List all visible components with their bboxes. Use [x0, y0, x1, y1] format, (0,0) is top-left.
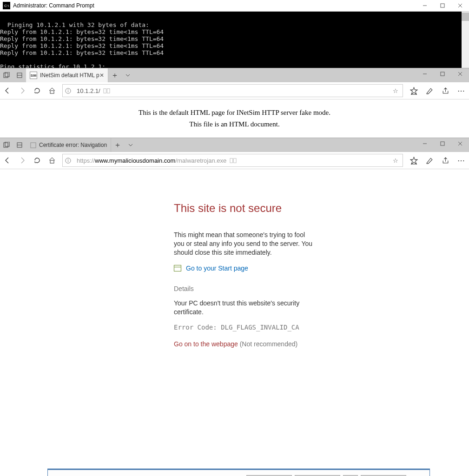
- tab-strip: Certificate error: Navigation ＋: [0, 138, 469, 152]
- minimize-button[interactable]: [416, 68, 434, 79]
- tab-favicon-blank: [30, 142, 36, 148]
- minimize-button[interactable]: [416, 0, 434, 11]
- svg-rect-9: [441, 72, 444, 76]
- tab-chevron-icon[interactable]: [124, 138, 137, 152]
- svg-marker-36: [410, 157, 417, 164]
- tab-strip: SIM INetSim default HTML p ✕ ＋: [0, 68, 469, 82]
- tab-title: Certificate error: Navigation: [39, 142, 107, 148]
- cmd-line: Pinging 10.1.2.1 with 32 bytes of data:: [7, 21, 149, 28]
- maximize-button[interactable]: [434, 68, 451, 79]
- address-bar[interactable]: 10.1.2.1/ ☆: [62, 84, 403, 97]
- set-aside-tabs-icon[interactable]: [13, 138, 26, 152]
- download-bar: What do you want to do with malwaretroja…: [47, 469, 430, 476]
- inetsim-page: This is the default HTML page for INetSi…: [0, 99, 469, 138]
- edge-window-2: Certificate error: Navigation ＋ https://…: [0, 138, 469, 476]
- address-bar-row: 10.1.2.1/ ☆ ⋯: [0, 82, 469, 99]
- go-on-link[interactable]: Go on to the webpage: [174, 340, 238, 348]
- new-tab-button[interactable]: ＋: [108, 68, 121, 82]
- browser-tab-inetsim[interactable]: SIM INetSim default HTML p ✕: [26, 68, 108, 82]
- inetsim-line2: This file is an HTML document.: [6, 120, 463, 128]
- set-aside-tabs-icon[interactable]: [13, 68, 26, 82]
- details-label[interactable]: Details: [174, 285, 315, 292]
- more-icon[interactable]: ⋯: [453, 156, 469, 165]
- svg-rect-1: [441, 4, 444, 7]
- svg-rect-25: [30, 142, 35, 147]
- cmd-title-text: Administrator: Command Prompt: [13, 2, 94, 9]
- new-tab-button[interactable]: ＋: [111, 138, 124, 152]
- svg-rect-27: [441, 142, 444, 145]
- svg-rect-17: [107, 88, 110, 93]
- tab-actions-icon[interactable]: [0, 138, 13, 152]
- cmd-scrollbar[interactable]: [462, 12, 469, 68]
- edge-window-1: SIM INetSim default HTML p ✕ ＋ 10.1.2.1/…: [0, 68, 469, 138]
- more-icon[interactable]: ⋯: [453, 86, 469, 95]
- home-button[interactable]: [45, 157, 59, 164]
- url-text: https://www.mymaliciousdomain.com/malwar…: [77, 157, 226, 164]
- cmd-icon: C:\: [3, 2, 10, 9]
- close-button[interactable]: [451, 0, 469, 11]
- back-button[interactable]: [0, 87, 15, 94]
- tab-favicon: SIM: [30, 72, 37, 79]
- svg-rect-34: [230, 158, 233, 162]
- cert-heading: This site is not secure: [174, 202, 315, 215]
- url-text: 10.1.2.1/: [77, 87, 100, 94]
- refresh-button[interactable]: [30, 157, 45, 164]
- svg-rect-35: [233, 158, 236, 162]
- cmd-output: Pinging 10.1.2.1 with 32 bytes of data: …: [0, 12, 469, 68]
- cmd-line: Reply from 10.1.2.1: bytes=32 time<1ms T…: [0, 42, 164, 49]
- start-tile-icon: [174, 265, 181, 271]
- forward-button[interactable]: [15, 87, 30, 94]
- back-button[interactable]: [0, 157, 15, 164]
- favorite-star-icon[interactable]: ☆: [389, 157, 403, 164]
- svg-marker-18: [410, 87, 417, 94]
- cmd-line: Reply from 10.1.2.1: bytes=32 time<1ms T…: [0, 35, 164, 42]
- maximize-button[interactable]: [434, 0, 451, 11]
- tab-actions-icon[interactable]: [0, 68, 13, 82]
- cmd-line: Ping statistics for 10.1.2.1:: [0, 63, 106, 68]
- minimize-button[interactable]: [416, 138, 434, 149]
- address-bar[interactable]: https://www.mymaliciousdomain.com/malwar…: [62, 154, 403, 167]
- inetsim-line1: This is the default HTML page for INetSi…: [6, 109, 463, 117]
- browser-tab-certerror[interactable]: Certificate error: Navigation: [26, 138, 111, 152]
- cmd-titlebar: C:\ Administrator: Command Prompt: [0, 0, 469, 12]
- go-to-start-link[interactable]: Go to your Start page: [174, 264, 315, 272]
- cmd-line: Reply from 10.1.2.1: bytes=32 time<1ms T…: [0, 49, 164, 56]
- svg-point-33: [67, 159, 68, 159]
- trust-message: Your PC doesn't trust this website's sec…: [174, 299, 315, 317]
- favorites-list-icon[interactable]: [406, 157, 422, 165]
- notes-icon[interactable]: [422, 157, 437, 165]
- cmd-line: Reply from 10.1.2.1: bytes=32 time<1ms T…: [0, 28, 164, 35]
- address-bar-row: https://www.mymaliciousdomain.com/malwar…: [0, 152, 469, 169]
- maximize-button[interactable]: [434, 138, 451, 149]
- share-icon[interactable]: [437, 87, 453, 95]
- site-info-icon[interactable]: [63, 158, 73, 164]
- svg-rect-16: [104, 88, 106, 93]
- svg-point-15: [67, 89, 68, 89]
- refresh-button[interactable]: [30, 87, 45, 94]
- share-icon: [437, 157, 453, 165]
- cert-warning-text: This might mean that someone's trying to…: [174, 231, 315, 257]
- site-info-icon[interactable]: [63, 88, 73, 94]
- error-code: Error Code: DLG_FLAGS_INVALID_CA: [174, 324, 315, 331]
- favorites-list-icon[interactable]: [406, 87, 422, 95]
- favorite-star-icon[interactable]: ☆: [389, 87, 403, 94]
- reading-view-icon[interactable]: [226, 157, 239, 164]
- cert-error-page: This site is not secure This might mean …: [0, 169, 469, 348]
- tab-chevron-icon[interactable]: [121, 68, 134, 82]
- reading-view-icon[interactable]: [100, 87, 113, 94]
- svg-rect-12: [50, 91, 54, 93]
- forward-button[interactable]: [15, 157, 30, 164]
- notes-icon[interactable]: [422, 87, 437, 95]
- close-button[interactable]: [451, 138, 469, 149]
- close-button[interactable]: [451, 68, 469, 79]
- svg-rect-30: [50, 160, 54, 163]
- home-button[interactable]: [45, 87, 59, 94]
- close-tab-icon[interactable]: ✕: [99, 72, 104, 79]
- tab-title: INetSim default HTML p: [40, 72, 99, 79]
- go-on-row: Go on to the webpage (Not recommended): [174, 340, 315, 348]
